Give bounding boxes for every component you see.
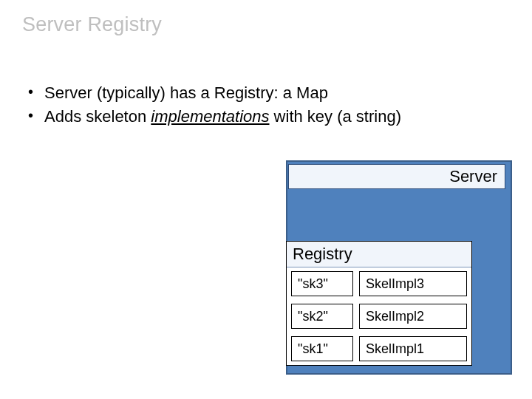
registry-value: SkelImpl3 xyxy=(359,271,467,296)
slide-title: Server Registry xyxy=(22,13,162,36)
bullet-1: Server (typically) has a Registry: a Map xyxy=(28,81,401,105)
registry-key: "sk3" xyxy=(291,271,353,296)
table-row: "sk1" SkelImpl1 xyxy=(287,332,471,365)
registry-box: Registry "sk3" SkelImpl3 "sk2" SkelImpl2… xyxy=(286,241,472,366)
registry-key: "sk1" xyxy=(291,336,353,361)
bullet-2-pre: Adds skeleton xyxy=(44,107,151,126)
bullet-2: Adds skeleton implementations with key (… xyxy=(28,105,401,129)
registry-key: "sk2" xyxy=(291,304,353,329)
table-row: "sk2" SkelImpl2 xyxy=(287,300,471,332)
bullet-1-text: Server (typically) has a Registry: a Map xyxy=(44,83,328,102)
bullet-2-ital: implementations xyxy=(151,107,269,126)
registry-value: SkelImpl2 xyxy=(359,304,467,329)
registry-header: Registry xyxy=(287,242,471,267)
bullet-2-post: with key (a string) xyxy=(270,107,402,126)
server-label: Server xyxy=(288,164,505,189)
registry-value: SkelImpl1 xyxy=(359,336,467,361)
server-box: Server Registry "sk3" SkelImpl3 "sk2" Sk… xyxy=(286,160,512,375)
bullet-list: Server (typically) has a Registry: a Map… xyxy=(28,81,401,129)
table-row: "sk3" SkelImpl3 xyxy=(287,267,471,300)
